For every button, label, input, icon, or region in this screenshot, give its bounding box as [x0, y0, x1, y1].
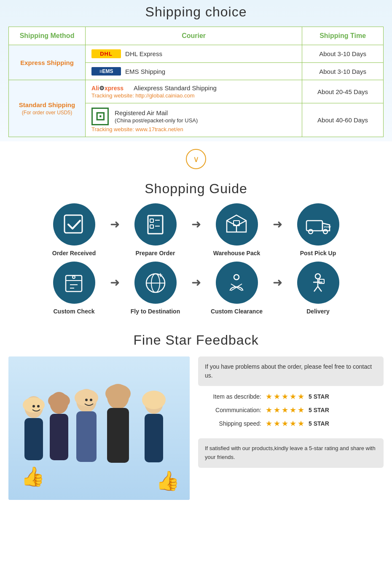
rating-label-description: Item as describde:: [198, 393, 266, 400]
svg-point-44: [105, 384, 131, 403]
step-post-pickup: POST Post Pick Up: [282, 203, 354, 256]
shipping-section: Shipping choice Shipping Method Courier …: [0, 0, 392, 141]
step-order-received: Order Received: [38, 203, 110, 256]
shipping-title: Shipping choice: [0, 4, 392, 20]
svg-point-53: [90, 399, 92, 401]
custom-clearance-icon: [216, 262, 258, 304]
arrow-separator: ∨: [0, 141, 392, 177]
svg-text:✈: ✈: [158, 272, 163, 278]
method-express: Express Shipping: [9, 45, 86, 80]
rating-label-shipping: Shipping speed:: [198, 420, 266, 427]
courier-ali: Ali⚙xpress Aliexpress Standard Shipping …: [86, 80, 302, 103]
rating-item-description: Item as describde: ★ ★ ★ ★ ★ 5 STAR: [198, 392, 384, 401]
svg-point-23: [234, 275, 239, 280]
svg-rect-37: [50, 414, 68, 460]
time-ems: About 3-10 Days: [302, 63, 384, 80]
arrow-4: ➜: [110, 275, 120, 289]
speech-bubble-top: If you have problems about the order, pl…: [198, 356, 384, 386]
dhl-name: DHL Express: [125, 50, 162, 57]
dhl-logo: DHL: [91, 49, 121, 58]
stars-communication: ★ ★ ★ ★ ★: [266, 405, 304, 415]
arrow-2: ➜: [191, 217, 201, 231]
svg-rect-34: [24, 418, 43, 460]
col-courier: Courier: [86, 27, 302, 45]
post-pickup-label: Post Pick Up: [300, 250, 336, 256]
order-received-icon: [53, 203, 95, 246]
table-row: Standard Shipping (For order over USD5) …: [9, 80, 384, 103]
courier-ems: ≡EMS EMS Shipping: [86, 63, 302, 80]
step-custom-check: Custom Check: [38, 262, 110, 315]
svg-point-26: [315, 274, 320, 279]
svg-rect-9: [306, 221, 322, 231]
shipping-table: Shipping Method Courier Shipping Time Ex…: [8, 27, 384, 137]
svg-point-52: [85, 399, 88, 401]
arrow-5: ➜: [191, 275, 201, 289]
svg-rect-40: [76, 411, 97, 462]
guide-row-1: Order Received ➜ Prepare Order ➜: [8, 203, 384, 256]
stars-description: ★ ★ ★ ★ ★: [266, 392, 304, 401]
svg-point-47: [142, 391, 166, 409]
svg-point-41: [75, 389, 98, 406]
rating-item-communication: Conmmunication: ★ ★ ★ ★ ★ 5 STAR: [198, 405, 384, 415]
rating-item-shipping: Shipping speed: ★ ★ ★ ★ ★ 5 STAR: [198, 419, 384, 428]
step-custom-clearance: Custom Clearance: [201, 262, 273, 315]
rating-text-shipping: 5 STAR: [309, 420, 329, 427]
svg-line-30: [318, 286, 322, 292]
warehouse-pack-label: Warehouse Pack: [213, 250, 260, 256]
svg-text:POST: POST: [324, 226, 331, 228]
svg-rect-2: [150, 219, 153, 222]
ali-tracking: Tracking website: http://global.cainiao.…: [91, 92, 296, 99]
shopping-guide-section: Shopping Guide Order Received ➜: [0, 177, 392, 328]
rating-text-description: 5 STAR: [309, 393, 329, 400]
arrow-6: ➜: [273, 275, 282, 289]
svg-rect-43: [107, 408, 129, 463]
svg-text:👍: 👍: [21, 465, 45, 488]
rating-label-communication: Conmmunication:: [198, 407, 266, 413]
svg-rect-14: [66, 275, 82, 292]
ali-logo: Ali⚙xpress: [91, 85, 129, 92]
feedback-title: Fine Star Feedback: [8, 332, 384, 348]
prepare-order-icon: [134, 203, 177, 246]
courier-dhl: DHL DHL Express: [86, 45, 302, 63]
feedback-info: If you have problems about the order, pl…: [198, 356, 384, 468]
airmail-name: Registered Air Mail (China post/epacket-…: [115, 109, 198, 124]
svg-point-12: [323, 229, 328, 234]
custom-clearance-label: Custom Clearance: [211, 308, 263, 315]
step-prepare-order: Prepare Order: [120, 203, 191, 256]
svg-point-11: [309, 229, 313, 234]
svg-rect-46: [145, 414, 163, 462]
ems-logo: ≡EMS: [91, 67, 121, 76]
svg-rect-31: [319, 279, 324, 283]
svg-rect-3: [150, 225, 153, 228]
order-received-label: Order Received: [52, 250, 96, 256]
arrow-3: ➜: [273, 217, 282, 231]
ems-name: EMS Shipping: [125, 68, 165, 75]
method-standard: Standard Shipping (For order over USD5): [9, 80, 86, 137]
svg-point-51: [37, 405, 40, 408]
svg-point-50: [32, 405, 35, 408]
arrow-1: ➜: [110, 217, 120, 231]
col-time: Shipping Time: [302, 27, 384, 45]
delivery-icon: [297, 262, 339, 304]
warehouse-pack-icon: [216, 203, 258, 246]
time-dhl: About 3-10 Days: [302, 45, 384, 63]
custom-check-label: Custom Check: [53, 308, 94, 315]
airmail-icon: ⊡: [91, 108, 109, 125]
guide-row-2: Custom Check ➜ ✈ Fly to Destination ➜: [8, 262, 384, 315]
prepare-order-label: Prepare Order: [135, 250, 175, 256]
feedback-content: 👍 👍 If you have problems about the order…: [8, 356, 384, 500]
speech-bubble-bottom: If satisfied with our products,kindly le…: [198, 438, 384, 468]
svg-rect-0: [64, 215, 82, 233]
svg-point-38: [48, 393, 70, 408]
airmail-tracking: Tracking website: www.17track.net/en: [91, 126, 296, 132]
custom-check-icon: [53, 262, 95, 304]
shopping-guide-title: Shopping Guide: [8, 181, 384, 197]
rating-text-communication: 5 STAR: [309, 407, 329, 413]
rating-table: Item as describde: ★ ★ ★ ★ ★ 5 STAR Conm…: [198, 392, 384, 432]
svg-line-29: [314, 286, 318, 292]
fly-destination-label: Fly to Destination: [131, 308, 180, 315]
delivery-label: Delivery: [306, 308, 329, 315]
step-fly-destination: ✈ Fly to Destination: [120, 262, 191, 315]
step-delivery: Delivery: [282, 262, 354, 315]
courier-airmail: ⊡ Registered Air Mail (China post/epacke…: [86, 103, 302, 137]
